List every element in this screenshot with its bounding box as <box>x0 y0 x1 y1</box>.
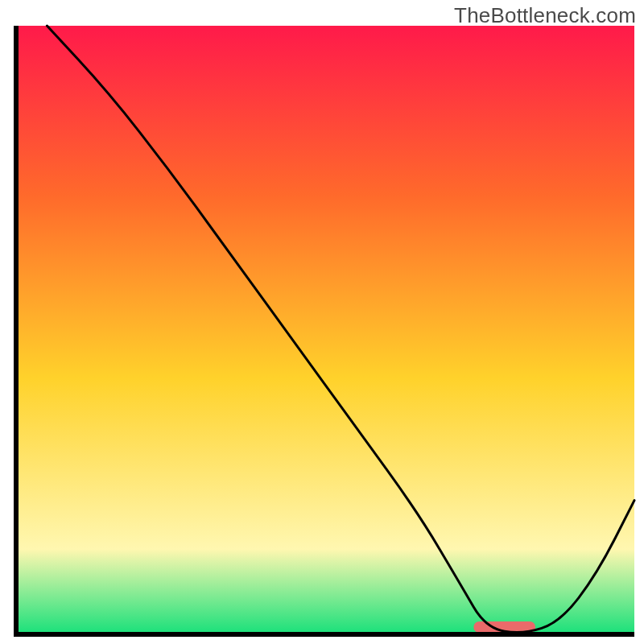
gradient-background <box>16 26 634 634</box>
chart-frame: TheBottleneck.com <box>0 0 644 644</box>
chart-svg <box>0 0 644 644</box>
